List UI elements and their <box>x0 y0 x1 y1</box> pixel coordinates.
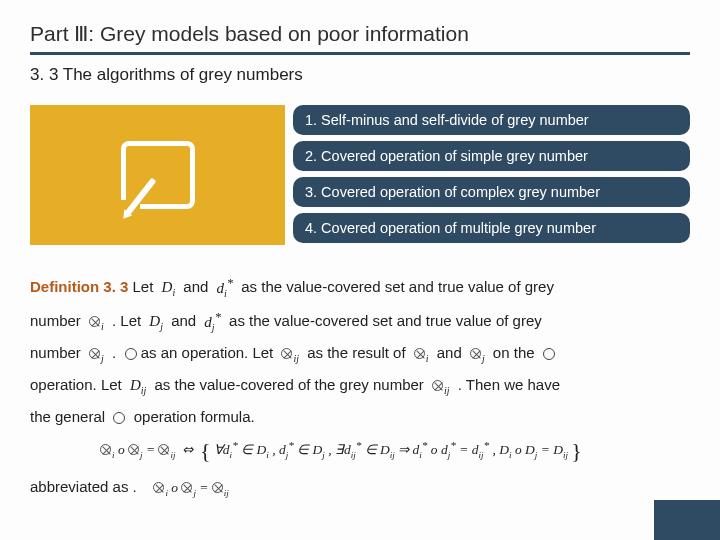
algorithm-list: 1. Self-minus and self-divide of grey nu… <box>293 105 690 245</box>
list-item: 3. Covered operation of complex grey num… <box>293 177 690 207</box>
text: as the value-covered set and true value … <box>241 278 554 295</box>
math-otimes-i: i <box>89 306 104 338</box>
text: Let <box>133 278 154 295</box>
icon-box <box>30 105 285 245</box>
text: and <box>171 311 196 328</box>
text: number <box>30 311 81 328</box>
math-otimes-j: j <box>470 338 485 370</box>
list-item: 1. Self-minus and self-divide of grey nu… <box>293 105 690 135</box>
text: . Let <box>112 311 141 328</box>
math-otimes-i: i <box>414 338 429 370</box>
top-row: 1. Self-minus and self-divide of grey nu… <box>30 105 690 245</box>
edit-icon <box>121 141 195 209</box>
circle-op-icon <box>113 412 125 424</box>
text: as an operation. Let <box>141 344 274 361</box>
page-title: Part Ⅲ: Grey models based on poor inform… <box>30 22 690 52</box>
text: . <box>112 344 116 361</box>
abbrev-row: abbreviated as . i o j = ij <box>30 478 690 498</box>
math-Dij: Dij <box>130 370 146 402</box>
text: operation. Let <box>30 376 122 393</box>
text: the general <box>30 408 105 425</box>
list-item: 2. Covered operation of simple grey numb… <box>293 141 690 171</box>
corner-accent <box>654 500 720 540</box>
text: and <box>183 278 208 295</box>
circle-op-icon <box>125 348 137 360</box>
text: as the value-covered of the grey number <box>155 376 424 393</box>
text: number <box>30 344 81 361</box>
math-otimes-j: j <box>89 338 104 370</box>
math-Dj: Dj <box>149 306 163 338</box>
circle-op-icon <box>543 348 555 360</box>
text: as the value-covered set and true value … <box>229 311 542 328</box>
title-rule <box>30 52 690 55</box>
text: as the result of <box>307 344 405 361</box>
text: operation formula. <box>134 408 255 425</box>
math-otimes-ij: ij <box>432 370 450 402</box>
text: . Then we have <box>458 376 560 393</box>
abbrev-formula: i o j = ij <box>153 480 228 495</box>
math-Di: Di <box>162 272 176 304</box>
text: on the <box>493 344 535 361</box>
text: and <box>437 344 462 361</box>
math-di-star: di* <box>217 271 234 305</box>
math-dj-star: dj* <box>204 305 221 339</box>
general-formula: i o j = ij ⇔ { ∀di* ∈ Di , dj* ∈ Dj , ∃d… <box>100 442 582 457</box>
math-otimes-ij: ij <box>281 338 299 370</box>
definition-label: Definition 3. 3 <box>30 278 128 295</box>
text: abbreviated as . <box>30 478 137 495</box>
definition-text: Definition 3. 3 Let Di and di* as the va… <box>30 271 690 432</box>
formula-block: i o j = ij ⇔ { ∀di* ∈ Di , dj* ∈ Dj , ∃d… <box>30 438 690 464</box>
list-item: 4. Covered operation of multiple grey nu… <box>293 213 690 243</box>
section-subtitle: 3. 3 The algorithms of grey numbers <box>30 65 690 85</box>
